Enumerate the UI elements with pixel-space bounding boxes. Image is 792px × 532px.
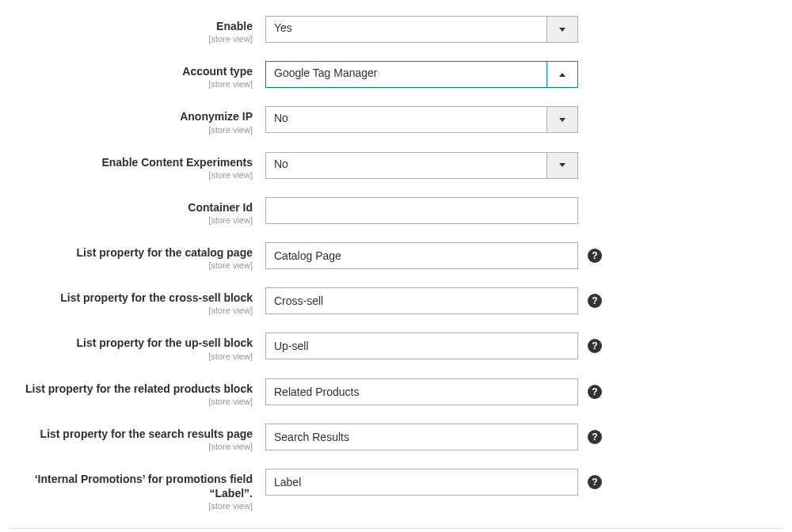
label-search-results: List property for the search results pag… xyxy=(8,427,253,441)
label-col: ‘Internal Promotions’ for promotions fie… xyxy=(8,469,265,511)
scope-label: [store view] xyxy=(8,397,253,406)
label-container-id: Container Id xyxy=(8,200,253,215)
input-container-id[interactable] xyxy=(265,197,578,224)
select-value: No xyxy=(265,106,547,133)
label-col: Enable [store view] xyxy=(8,16,265,44)
input-col: Google Tag Manager xyxy=(265,61,578,88)
label-col: List property for the related products b… xyxy=(8,378,265,406)
select-content-experiments[interactable]: No xyxy=(265,152,578,179)
row-anonymize-ip: Anonymize IP [store view] No xyxy=(8,106,784,134)
label-col: List property for the cross-sell block [… xyxy=(8,287,265,315)
input-cross-sell[interactable] xyxy=(265,287,578,314)
label-col: Account type [store view] xyxy=(8,61,265,89)
input-up-sell[interactable] xyxy=(265,332,578,359)
select-arrow[interactable] xyxy=(547,61,578,88)
divider xyxy=(8,528,784,529)
label-col: List property for the up-sell block [sto… xyxy=(8,332,265,360)
scope-label: [store view] xyxy=(8,34,253,44)
input-col: No xyxy=(265,106,578,133)
row-cross-sell: List property for the cross-sell block [… xyxy=(8,287,784,315)
chevron-down-icon xyxy=(559,163,565,167)
input-internal-promotions[interactable] xyxy=(265,469,578,496)
label-up-sell: List property for the up-sell block xyxy=(8,336,253,350)
help-icon[interactable]: ? xyxy=(588,294,602,308)
row-container-id: Container Id [store view] xyxy=(8,197,784,225)
label-col: Container Id [store view] xyxy=(8,197,265,225)
row-up-sell: List property for the up-sell block [sto… xyxy=(8,332,784,360)
row-enable: Enable [store view] Yes xyxy=(8,16,784,44)
chevron-down-icon xyxy=(559,118,565,122)
row-related-products: List property for the related products b… xyxy=(8,378,784,406)
input-col: Yes xyxy=(265,16,578,43)
select-anonymize-ip[interactable]: No xyxy=(265,106,578,133)
label-cross-sell: List property for the cross-sell block xyxy=(8,291,253,305)
row-content-experiments: Enable Content Experiments [store view] … xyxy=(8,152,784,180)
input-col: ? xyxy=(265,287,602,314)
scope-label: [store view] xyxy=(8,125,253,135)
select-value: No xyxy=(265,152,547,179)
label-col: Enable Content Experiments [store view] xyxy=(8,152,265,180)
scope-label: [store view] xyxy=(8,170,253,180)
select-enable[interactable]: Yes xyxy=(265,16,578,43)
input-col: ? xyxy=(265,469,602,496)
label-enable: Enable xyxy=(8,19,253,33)
label-col: List property for the catalog page [stor… xyxy=(8,242,265,270)
label-account-type: Account type xyxy=(8,64,253,78)
select-arrow[interactable] xyxy=(547,16,578,43)
select-account-type[interactable]: Google Tag Manager xyxy=(265,61,578,88)
chevron-down-icon xyxy=(559,28,565,32)
label-internal-promotions: ‘Internal Promotions’ for promotions fie… xyxy=(8,472,253,500)
input-col: ? xyxy=(265,242,602,269)
label-col: Anonymize IP [store view] xyxy=(8,106,265,134)
select-arrow[interactable] xyxy=(547,106,578,133)
help-icon[interactable]: ? xyxy=(588,475,602,489)
label-catalog-page: List property for the catalog page xyxy=(8,245,253,260)
select-value: Yes xyxy=(265,16,547,43)
chevron-up-icon xyxy=(559,73,565,77)
input-catalog-page[interactable] xyxy=(265,242,578,269)
row-search-results: List property for the search results pag… xyxy=(8,424,784,451)
label-anonymize-ip: Anonymize IP xyxy=(8,109,253,124)
help-icon[interactable]: ? xyxy=(588,385,602,399)
row-account-type: Account type [store view] Google Tag Man… xyxy=(8,61,784,89)
help-icon[interactable]: ? xyxy=(588,249,602,263)
scope-label: [store view] xyxy=(8,260,253,270)
input-search-results[interactable] xyxy=(265,424,578,450)
input-col: No xyxy=(265,152,578,179)
input-col: ? xyxy=(265,378,602,405)
scope-label: [store view] xyxy=(8,215,253,225)
label-related-products: List property for the related products b… xyxy=(8,382,253,396)
input-col: ? xyxy=(265,424,602,450)
row-internal-promotions: ‘Internal Promotions’ for promotions fie… xyxy=(8,469,784,511)
row-catalog-page: List property for the catalog page [stor… xyxy=(8,242,784,270)
config-form: Enable [store view] Yes Account type [st… xyxy=(8,16,784,529)
select-arrow[interactable] xyxy=(547,152,578,179)
label-col: List property for the search results pag… xyxy=(8,424,265,451)
input-col xyxy=(265,197,578,224)
help-icon[interactable]: ? xyxy=(588,339,602,353)
help-icon[interactable]: ? xyxy=(588,430,602,444)
label-content-experiments: Enable Content Experiments xyxy=(8,155,253,169)
scope-label: [store view] xyxy=(8,79,253,89)
scope-label: [store view] xyxy=(8,442,253,451)
input-col: ? xyxy=(265,332,602,359)
select-value: Google Tag Manager xyxy=(265,61,547,88)
input-related-products[interactable] xyxy=(265,378,578,405)
scope-label: [store view] xyxy=(8,501,253,511)
scope-label: [store view] xyxy=(8,352,253,361)
scope-label: [store view] xyxy=(8,306,253,315)
